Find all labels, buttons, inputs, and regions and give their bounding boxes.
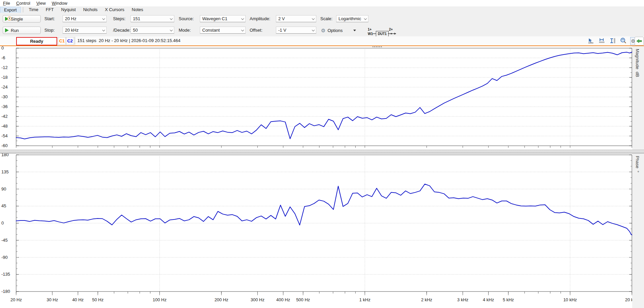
svg-text:-90: -90 <box>1 255 8 260</box>
options-button[interactable]: ⚙ Options <box>319 27 358 34</box>
per-decade-combobox[interactable]: 50 <box>131 27 174 34</box>
network-analyzer-plot: 0-6-12-18-24-30-36-42-48-54-601801359045… <box>0 0 644 308</box>
svg-text:3 kHz: 3 kHz <box>457 297 468 302</box>
single-button-label: Single <box>11 16 23 22</box>
svg-text:0: 0 <box>1 220 4 226</box>
svg-text:-42: -42 <box>1 114 8 119</box>
run-button[interactable]: Run <box>3 27 41 34</box>
start-combobox[interactable]: 20 Hz <box>63 15 107 22</box>
single-badge: 1 <box>7 16 11 21</box>
svg-text:50 Hz: 50 Hz <box>92 297 104 302</box>
tab-time[interactable]: Time <box>25 7 42 12</box>
menu-view[interactable]: View <box>33 0 49 6</box>
tabbar: Export Time FFT Nyquist Nichols X Cursor… <box>0 6 644 13</box>
svg-text:300 Hz: 300 Hz <box>251 297 264 302</box>
plot-right-axis-strip: Magnitude dB Phase ° <box>632 46 644 308</box>
stop-combobox[interactable]: 20 kHz <box>63 27 107 34</box>
chevron-down-icon <box>102 29 105 32</box>
tab-x-cursors[interactable]: X Cursors <box>101 7 128 12</box>
per-decade-label: /Decade: <box>113 27 131 34</box>
amplitude-combobox[interactable]: 2 V <box>276 15 316 22</box>
statusbar: Ready C1 C2 151 steps 20 Hz - 20 kHz | 2… <box>0 36 644 45</box>
tab-nichols[interactable]: Nichols <box>79 7 101 12</box>
horizontal-cursor-icon[interactable] <box>598 37 606 44</box>
channel-2-badge[interactable]: C2 <box>66 37 74 45</box>
svg-text:-12: -12 <box>1 65 8 70</box>
run-button-label: Run <box>11 28 19 33</box>
offset-combobox[interactable]: -1 V <box>276 27 316 34</box>
tab-notes[interactable]: Notes <box>128 7 147 12</box>
channel-accent-rule <box>0 45 644 46</box>
svg-text:-45: -45 <box>1 238 8 243</box>
tab-separator <box>23 7 23 12</box>
status-divider <box>75 37 75 45</box>
scale-combobox[interactable]: Logarithmic <box>336 15 368 22</box>
source-label: Source: <box>179 15 194 23</box>
svg-text:500 Hz: 500 Hz <box>296 297 310 302</box>
menu-file[interactable]: File <box>0 0 13 6</box>
tab-nyquist[interactable]: Nyquist <box>58 7 79 12</box>
svg-text:-54: -54 <box>1 133 8 138</box>
offset-label: Offset: <box>250 27 262 34</box>
chevron-down-icon <box>102 18 105 20</box>
tab-export[interactable]: Export <box>0 7 21 13</box>
phase-axis-label: Phase ° <box>635 156 640 172</box>
svg-text:1 kHz: 1 kHz <box>359 297 370 302</box>
amplitude-label: Amplitude: <box>250 15 270 23</box>
svg-text:400 Hz: 400 Hz <box>276 297 290 302</box>
status-ready-badge: Ready <box>16 37 57 45</box>
svg-text:-48: -48 <box>1 124 8 129</box>
svg-text:135: 135 <box>1 169 9 174</box>
menu-window[interactable]: Window <box>49 0 70 6</box>
mode-label: Mode: <box>179 27 191 34</box>
collapse-panel-button[interactable] <box>635 37 644 45</box>
source-combobox[interactable]: Wavegen C1 <box>200 15 246 22</box>
mode-combobox[interactable]: Constant <box>200 27 246 34</box>
chevron-down-icon <box>170 29 173 32</box>
tab-fft[interactable]: FFT <box>42 7 58 12</box>
chevron-down-icon <box>170 18 173 20</box>
svg-text:2 kHz: 2 kHz <box>421 297 432 302</box>
mode-value: Constant <box>202 28 241 33</box>
svg-text:30 Hz: 30 Hz <box>46 297 58 302</box>
steps-combobox[interactable]: 151 <box>131 15 174 22</box>
single-button[interactable]: 1 Single <box>3 15 41 23</box>
plot-splitter-handle[interactable] <box>0 150 644 153</box>
scale-value: Logarithmic <box>338 16 364 21</box>
magnitude-axis-label: Magnitude dB <box>635 49 640 77</box>
vertical-cursor-icon[interactable] <box>609 37 617 44</box>
chevron-down-icon <box>364 18 367 20</box>
steps-label: Steps: <box>113 15 126 23</box>
gear-icon: ⚙ <box>321 28 325 33</box>
svg-text:200 Hz: 200 Hz <box>214 297 228 302</box>
zoom-icon[interactable] <box>619 37 628 44</box>
svg-text:4 kHz: 4 kHz <box>483 297 494 302</box>
svg-text:45: 45 <box>1 203 6 208</box>
chevron-down-icon <box>312 18 315 20</box>
green-left-arrow-icon <box>636 39 642 43</box>
stop-label: Stop: <box>44 27 55 34</box>
per-decade-value: 50 <box>133 28 170 33</box>
source-value: Wavegen C1 <box>202 16 241 21</box>
dropdown-arrow-icon <box>353 30 356 31</box>
svg-text:-30: -30 <box>1 94 8 99</box>
chevron-down-icon <box>241 18 244 20</box>
svg-text:100 Hz: 100 Hz <box>153 297 167 302</box>
amplitude-value: 2 V <box>278 16 312 21</box>
start-value: 20 Hz <box>65 16 102 21</box>
svg-text:40 Hz: 40 Hz <box>72 297 84 302</box>
chevron-down-icon <box>241 29 244 32</box>
toolbar: 1 Single Start: 20 Hz Steps: 151 Source:… <box>0 13 644 36</box>
channel-1-badge[interactable]: C1 <box>58 37 66 45</box>
options-label: Options <box>327 28 343 33</box>
start-label: Start: <box>44 15 55 23</box>
run-play-icon <box>5 28 9 32</box>
menu-control[interactable]: Control <box>13 0 33 6</box>
select-cursor-icon[interactable] <box>587 37 595 44</box>
svg-text:5 kHz: 5 kHz <box>503 297 514 302</box>
svg-text:0: 0 <box>1 45 4 50</box>
stop-value: 20 kHz <box>65 28 102 33</box>
svg-text:10 kHz: 10 kHz <box>563 297 577 302</box>
svg-text:20 Hz: 20 Hz <box>10 297 22 302</box>
svg-text:-6: -6 <box>1 55 5 60</box>
